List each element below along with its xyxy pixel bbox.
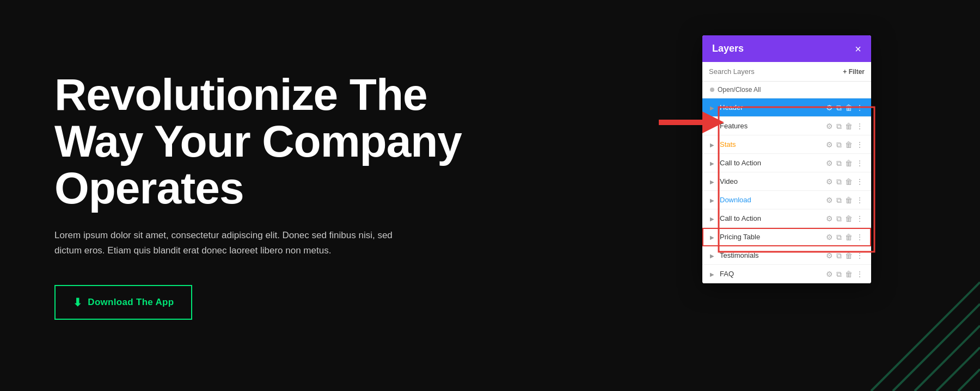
layer-gear-icon[interactable]: ⚙ xyxy=(826,270,833,278)
layer-name-cta1: Call to Action xyxy=(720,159,823,167)
layer-name-video: Video xyxy=(720,177,823,185)
layer-expand-icon: ▶ xyxy=(710,253,715,258)
layer-dots-icon[interactable]: ⋮ xyxy=(856,122,863,130)
layer-item-testimonials[interactable]: ▶ Testimonials ⚙ ⧉ 🗑 ⋮ xyxy=(702,246,871,265)
layer-item-pricing-table[interactable]: ▶ Pricing Table ⚙ ⧉ 🗑 ⋮ xyxy=(702,228,871,246)
layer-item-stats[interactable]: ▶ Stats ⚙ ⧉ 🗑 ⋮ xyxy=(702,135,871,154)
layers-search-input[interactable] xyxy=(709,67,838,76)
layer-actions-cta1: ⚙ ⧉ 🗑 ⋮ xyxy=(826,159,863,167)
layer-dots-icon[interactable]: ⋮ xyxy=(856,104,863,111)
layer-item-cta2[interactable]: ▶ Call to Action ⚙ ⧉ 🗑 ⋮ xyxy=(702,209,871,228)
layer-copy-icon[interactable]: ⧉ xyxy=(836,233,842,241)
layer-dots-icon[interactable]: ⋮ xyxy=(856,252,863,259)
layer-expand-icon: ▶ xyxy=(710,105,715,110)
layer-gear-icon[interactable]: ⚙ xyxy=(826,122,833,130)
download-button[interactable]: ⬇ Download The App xyxy=(54,285,192,320)
svg-line-3 xyxy=(936,347,980,391)
layer-dots-icon[interactable]: ⋮ xyxy=(856,178,863,185)
svg-line-1 xyxy=(893,304,980,391)
layer-copy-icon[interactable]: ⧉ xyxy=(836,141,842,148)
layer-expand-icon: ▶ xyxy=(710,142,715,147)
layer-trash-icon[interactable]: 🗑 xyxy=(845,252,853,259)
layer-copy-icon[interactable]: ⧉ xyxy=(836,215,842,222)
layer-expand-icon: ▶ xyxy=(710,234,715,240)
layer-copy-icon[interactable]: ⧉ xyxy=(836,104,842,111)
layer-name-cta2: Call to Action xyxy=(720,214,823,222)
layer-name-faq: FAQ xyxy=(720,270,823,278)
layer-actions-video: ⚙ ⧉ 🗑 ⋮ xyxy=(826,178,863,185)
layer-trash-icon[interactable]: 🗑 xyxy=(845,233,853,241)
layer-item-video[interactable]: ▶ Video ⚙ ⧉ 🗑 ⋮ xyxy=(702,172,871,191)
layer-trash-icon[interactable]: 🗑 xyxy=(845,215,853,222)
layer-actions-header: ⚙ ⧉ 🗑 ⋮ xyxy=(826,104,863,111)
layer-name-stats: Stats xyxy=(720,140,823,148)
open-close-dot xyxy=(710,88,714,92)
layer-gear-icon[interactable]: ⚙ xyxy=(826,104,833,111)
layer-copy-icon[interactable]: ⧉ xyxy=(836,252,842,259)
layer-name-features: Features xyxy=(720,122,823,130)
filter-button[interactable]: + Filter xyxy=(843,68,865,76)
layer-copy-icon[interactable]: ⧉ xyxy=(836,270,842,278)
svg-line-4 xyxy=(958,369,980,391)
layer-gear-icon[interactable]: ⚙ xyxy=(826,159,833,167)
hero-description: Lorem ipsum dolor sit amet, consectetur … xyxy=(54,228,403,257)
layer-dots-icon[interactable]: ⋮ xyxy=(856,159,863,167)
open-close-all-label: Open/Close All xyxy=(718,86,761,94)
layer-copy-icon[interactable]: ⧉ xyxy=(836,122,842,130)
layer-copy-icon[interactable]: ⧉ xyxy=(836,178,842,185)
layer-trash-icon[interactable]: 🗑 xyxy=(845,270,853,278)
layer-item-cta1[interactable]: ▶ Call to Action ⚙ ⧉ 🗑 ⋮ xyxy=(702,154,871,172)
layer-dots-icon[interactable]: ⋮ xyxy=(856,233,863,241)
layer-gear-icon[interactable]: ⚙ xyxy=(826,196,833,204)
layer-copy-icon[interactable]: ⧉ xyxy=(836,196,842,204)
layer-expand-icon: ▶ xyxy=(710,216,715,221)
layer-trash-icon[interactable]: 🗑 xyxy=(845,104,853,111)
layers-search-bar: + Filter xyxy=(702,62,871,82)
layer-trash-icon[interactable]: 🗑 xyxy=(845,196,853,204)
layer-dots-icon[interactable]: ⋮ xyxy=(856,196,863,204)
layer-actions-features: ⚙ ⧉ 🗑 ⋮ xyxy=(826,122,863,130)
layer-name-pricing-table: Pricing Table xyxy=(720,233,823,241)
background: Revolutionize The Way Your Company Opera… xyxy=(0,0,980,391)
layers-panel-title: Layers xyxy=(712,43,744,54)
layer-expand-icon: ▶ xyxy=(710,197,715,203)
layer-copy-icon[interactable]: ⧉ xyxy=(836,159,842,167)
layer-item-features[interactable]: ▶ Features ⚙ ⧉ 🗑 ⋮ xyxy=(702,117,871,135)
svg-line-0 xyxy=(871,282,980,391)
layer-expand-icon: ▶ xyxy=(710,271,715,277)
layer-name-download: Download xyxy=(720,196,823,204)
layer-dots-icon[interactable]: ⋮ xyxy=(856,215,863,222)
layer-dots-icon[interactable]: ⋮ xyxy=(856,270,863,278)
download-icon: ⬇ xyxy=(73,296,82,309)
layers-close-button[interactable]: × xyxy=(855,44,861,54)
layer-gear-icon[interactable]: ⚙ xyxy=(826,215,833,222)
layer-actions-download: ⚙ ⧉ 🗑 ⋮ xyxy=(826,196,863,204)
hero-section: Revolutionize The Way Your Company Opera… xyxy=(0,0,528,391)
layer-expand-icon: ▶ xyxy=(710,123,715,129)
layer-trash-icon[interactable]: 🗑 xyxy=(845,122,853,130)
layer-actions-pricing-table: ⚙ ⧉ 🗑 ⋮ xyxy=(826,233,863,241)
layer-item-header[interactable]: ▶ Header ⚙ ⧉ 🗑 ⋮ xyxy=(702,98,871,117)
layer-gear-icon[interactable]: ⚙ xyxy=(826,178,833,185)
layer-gear-icon[interactable]: ⚙ xyxy=(826,141,833,148)
layer-actions-stats: ⚙ ⧉ 🗑 ⋮ xyxy=(826,141,863,148)
layer-actions-cta2: ⚙ ⧉ 🗑 ⋮ xyxy=(826,215,863,222)
layers-panel-header: Layers × xyxy=(702,35,871,62)
layer-gear-icon[interactable]: ⚙ xyxy=(826,252,833,259)
layers-list: ▶ Header ⚙ ⧉ 🗑 ⋮ ▶ Features ⚙ ⧉ 🗑 ⋮ xyxy=(702,98,871,283)
layer-trash-icon[interactable]: 🗑 xyxy=(845,178,853,185)
layer-expand-icon: ▶ xyxy=(710,160,715,166)
layer-trash-icon[interactable]: 🗑 xyxy=(845,141,853,148)
layer-actions-testimonials: ⚙ ⧉ 🗑 ⋮ xyxy=(826,252,863,259)
layers-panel: Layers × + Filter Open/Close All ▶ Heade… xyxy=(702,35,871,283)
open-close-all[interactable]: Open/Close All xyxy=(702,82,871,98)
layer-dots-icon[interactable]: ⋮ xyxy=(856,141,863,148)
layer-item-faq[interactable]: ▶ FAQ ⚙ ⧉ 🗑 ⋮ xyxy=(702,265,871,283)
layer-gear-icon[interactable]: ⚙ xyxy=(826,233,833,241)
hero-title: Revolutionize The Way Your Company Opera… xyxy=(54,71,474,212)
layer-item-download[interactable]: ▶ Download ⚙ ⧉ 🗑 ⋮ xyxy=(702,191,871,209)
layer-name-header: Header xyxy=(720,103,823,111)
layer-expand-icon: ▶ xyxy=(710,179,715,184)
download-button-label: Download The App xyxy=(88,297,174,308)
layer-trash-icon[interactable]: 🗑 xyxy=(845,159,853,167)
